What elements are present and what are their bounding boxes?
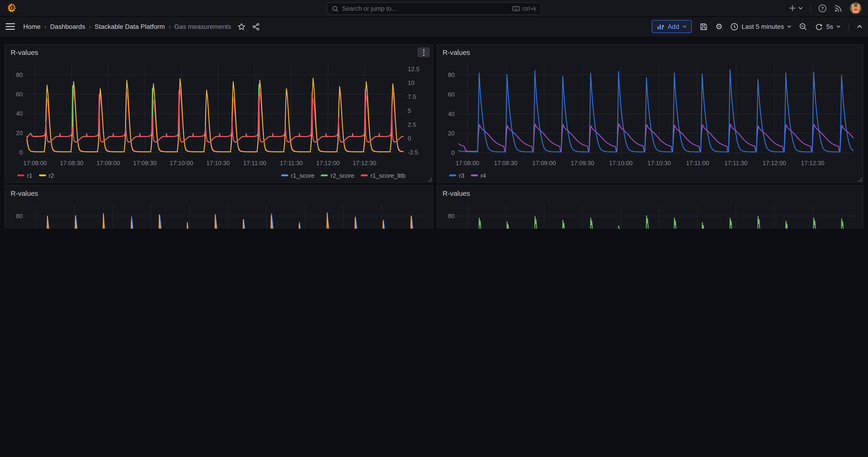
- share-icon[interactable]: [252, 23, 260, 30]
- legend-item[interactable]: r2: [39, 172, 54, 179]
- chevron-down-icon: [836, 25, 841, 28]
- svg-text:17:09:30: 17:09:30: [133, 159, 157, 166]
- time-range-label: Last 5 minutes: [742, 23, 784, 30]
- user-avatar[interactable]: [850, 2, 862, 14]
- legend-item[interactable]: r1_score_lttb: [361, 172, 405, 179]
- svg-text:17:10:30: 17:10:30: [647, 159, 671, 166]
- top-nav-bar: Search or jump to... ctrl+k: [0, 0, 868, 17]
- svg-text:40: 40: [16, 110, 23, 117]
- legend-item[interactable]: r2_score: [321, 172, 354, 179]
- svg-text:80: 80: [16, 71, 23, 79]
- legend-swatch: [17, 175, 24, 177]
- search-input[interactable]: Search or jump to... ctrl+k: [327, 2, 541, 15]
- panel-title[interactable]: R-values: [11, 189, 38, 197]
- legend-item[interactable]: r1_score: [281, 172, 314, 179]
- breadcrumb: Home › Dashboards › Stackable Data Platf…: [23, 23, 231, 30]
- panel-title[interactable]: R-values: [443, 49, 470, 56]
- save-icon: [700, 23, 708, 30]
- svg-text:17:12:30: 17:12:30: [801, 159, 824, 166]
- breadcrumb-separator: ›: [89, 23, 91, 30]
- grafana-logo-icon[interactable]: [6, 3, 17, 14]
- plus-icon: [789, 5, 796, 12]
- breadcrumb-separator: ›: [168, 23, 170, 30]
- legend-swatch: [471, 175, 478, 177]
- panel-resize-handle[interactable]: [858, 178, 862, 181]
- refresh-picker[interactable]: 5s: [815, 23, 841, 30]
- menu-toggle-icon[interactable]: [6, 23, 15, 30]
- svg-text:12.5: 12.5: [408, 66, 420, 72]
- chart-svg: 02040608017:08:0017:08:3017:09:0017:09:3…: [440, 60, 860, 169]
- dashboard-grid: R-values 02040608017:08:0017:08:3017:09:…: [0, 36, 868, 228]
- legend-swatch: [361, 175, 368, 177]
- svg-text:20: 20: [16, 129, 23, 136]
- series-r2_score: [27, 84, 416, 142]
- legend-label: r3: [459, 172, 464, 179]
- legend-item[interactable]: r3: [449, 172, 464, 179]
- svg-text:17:09:30: 17:09:30: [571, 159, 594, 166]
- chart-svg: 02040608017:08:0017:08:3017:09:0017:09:3…: [8, 60, 430, 169]
- zoom-out-button[interactable]: [799, 23, 807, 30]
- svg-text:17:11:30: 17:11:30: [280, 159, 303, 166]
- search-icon: [332, 5, 338, 12]
- collapse-toolbar-button[interactable]: [857, 25, 862, 28]
- series-r2: [27, 78, 416, 152]
- legend-label: r1_score: [291, 172, 314, 179]
- save-dashboard-button[interactable]: [700, 23, 708, 30]
- search-placeholder: Search or jump to...: [342, 5, 509, 12]
- legend-item[interactable]: r4: [471, 172, 486, 179]
- panel-resize-handle[interactable]: [428, 178, 431, 181]
- series-r1: [27, 89, 416, 152]
- legend-item[interactable]: r1: [17, 172, 32, 179]
- panel-title[interactable]: R-values: [11, 49, 38, 56]
- svg-text:40: 40: [448, 111, 455, 117]
- chart: 02040608017:08:0017:08:3017:09:0017:09:3…: [8, 202, 430, 228]
- svg-text:60: 60: [16, 91, 23, 98]
- gear-icon: ⚙: [715, 22, 723, 31]
- svg-text:?: ?: [821, 6, 824, 11]
- svg-text:17:08:00: 17:08:00: [23, 159, 47, 166]
- time-range-picker[interactable]: Last 5 minutes: [731, 23, 791, 30]
- panel-title[interactable]: R-values: [443, 189, 470, 197]
- svg-text:17:12:30: 17:12:30: [353, 159, 376, 166]
- panel-r-values-3: R-values 02040608017:08:0017:08:3017:09:…: [5, 185, 433, 228]
- svg-text:0: 0: [452, 149, 455, 156]
- chart-svg: 02040608017:08:0017:08:3017:09:0017:09:3…: [440, 202, 860, 228]
- help-button[interactable]: ?: [818, 4, 827, 12]
- dashboard-settings-button[interactable]: ⚙: [715, 23, 723, 30]
- svg-text:7.5: 7.5: [408, 93, 416, 100]
- panel-r-values-1: R-values 02040608017:08:0017:08:3017:09:…: [5, 44, 433, 183]
- chevron-down-icon: [682, 25, 687, 28]
- svg-text:80: 80: [16, 213, 23, 219]
- legend-label: r1_score_lttb: [371, 172, 405, 179]
- favorite-star-icon[interactable]: [238, 23, 246, 30]
- keyboard-icon: [513, 6, 520, 11]
- svg-text:10: 10: [408, 79, 414, 86]
- svg-text:17:09:00: 17:09:00: [96, 159, 120, 166]
- breadcrumb-separator: ›: [44, 23, 46, 30]
- svg-text:17:10:00: 17:10:00: [609, 159, 632, 166]
- add-button[interactable]: Add: [652, 20, 692, 33]
- svg-text:60: 60: [448, 91, 455, 98]
- panel-r-values-4: R-values 02040608017:08:0017:08:3017:09:…: [437, 185, 863, 228]
- svg-text:17:10:00: 17:10:00: [170, 159, 193, 166]
- chevron-up-icon: [857, 25, 862, 28]
- chart: 02040608017:08:0017:08:3017:09:0017:09:3…: [440, 202, 860, 228]
- breadcrumb-home[interactable]: Home: [23, 23, 41, 30]
- panel-menu-button[interactable]: [417, 48, 430, 57]
- svg-text:17:12:00: 17:12:00: [316, 159, 340, 166]
- breadcrumb-folder[interactable]: Stackable Data Platform: [95, 23, 165, 30]
- chart: 02040608017:08:0017:08:3017:09:0017:09:3…: [8, 60, 430, 169]
- panel-r-values-2: R-values 02040608017:08:0017:08:3017:09:…: [437, 44, 863, 183]
- breadcrumb-dashboards[interactable]: Dashboards: [50, 23, 85, 30]
- legend-group-right: r1_scorer2_scorer1_score_lttb: [281, 172, 405, 179]
- svg-text:5: 5: [408, 107, 411, 114]
- topbar-divider: [810, 4, 811, 12]
- chevron-down-icon: [798, 6, 803, 10]
- toolbar-divider: [848, 22, 849, 31]
- chevron-down-icon: [787, 25, 791, 28]
- news-button[interactable]: [834, 4, 842, 12]
- legend-swatch: [321, 175, 328, 177]
- svg-text:80: 80: [448, 71, 455, 79]
- refresh-interval-label: 5s: [826, 23, 833, 30]
- new-button[interactable]: [789, 5, 803, 12]
